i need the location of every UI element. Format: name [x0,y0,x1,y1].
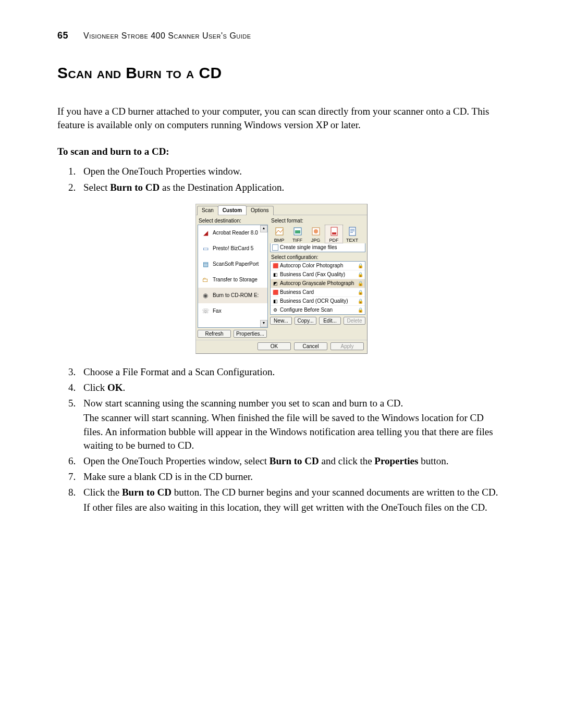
format-label: TEXT [344,238,361,243]
config-item-autocrop-color[interactable]: 🟥Autocrop Color Photograph 🔒 [271,262,365,270]
delete-button[interactable]: Delete [344,317,365,325]
format-pdf[interactable]: PDF [325,225,343,243]
pdf-format-icon [328,226,340,237]
card-icon: ▭ [201,244,210,253]
step-8a-bold: Burn to CD [122,487,172,498]
gray-swatch-icon: ◩ [272,280,278,287]
step-4-post: . [123,382,125,393]
svg-rect-2 [295,230,300,233]
config-label: Business Card (OCR Quality) [280,298,348,304]
destination-item-paperport[interactable]: ▤ ScanSoft PaperPort [198,256,267,272]
config-item-configure-before[interactable]: ⚙Configure Before Scan 🔒 [271,306,365,314]
apply-button[interactable]: Apply [331,342,364,350]
dialog-screenshot: Scan Custom Options Select destination: … [195,204,368,354]
edit-button[interactable]: Edit... [319,317,341,325]
svg-rect-6 [332,232,336,235]
pdf-icon: ◢ [201,228,210,238]
step-1-text: Open the OneTouch Properties window. [83,166,242,177]
destination-label: ScanSoft PaperPort [213,261,259,267]
section-heading: Scan and Burn to a CD [57,64,506,82]
steps-list-top: Open the OneTouch Properties window. Sel… [57,165,506,194]
step-6: Open the OneTouch Properties window, sel… [78,454,506,468]
scroll-down-button[interactable]: ▼ [260,320,267,327]
config-label: Autocrop Grayscale Photograph [280,280,354,286]
select-configuration-label: Select configuration: [271,254,365,260]
cancel-button[interactable]: Cancel [294,342,327,350]
svg-point-4 [314,229,318,233]
destination-item-storage[interactable]: 🗀 Transfer to Storage [198,272,267,288]
color-swatch-icon: 🟥 [272,263,278,269]
procedure-subheading: To scan and burn to a CD: [57,146,506,157]
destination-item-fax[interactable]: ☏ Fax [198,303,267,319]
svg-rect-7 [349,227,356,236]
create-single-label: Create single image files [280,244,337,250]
step-8: Click the Burn to CD button. The CD burn… [78,486,506,514]
step-8a-post: button. The CD burner begins and your sc… [172,487,498,498]
step-5a-text: Now start scanning using the scanning nu… [83,398,403,409]
step-8b-text: If other files are also waiting in this … [83,501,506,514]
config-item-bizcard-fax[interactable]: ◧Business Card (Fax Quality) 🔒 [271,270,365,279]
lock-icon: 🔒 [358,307,363,313]
gear-icon: ⚙ [272,307,278,313]
step-4-bold: OK [107,382,123,393]
ok-button[interactable]: OK [258,342,291,350]
config-item-autocrop-gray[interactable]: ◩Autocrop Grayscale Photograph 🔒 [271,279,365,288]
format-label: BMP [271,238,288,243]
config-item-bizcard[interactable]: 🟥Business Card 🔒 [271,288,365,297]
step-7: Make sure a blank CD is in the CD burner… [78,470,506,484]
destination-item-acrobat[interactable]: ◢ Acrobat Reader 8.0 [198,225,267,241]
step-6-b2: Properties [374,455,418,466]
step-6-mid: and click the [319,455,375,466]
step-8a-pre: Click the [83,487,122,498]
create-single-image-row[interactable]: Create single image files [270,243,365,252]
scroll-up-button[interactable]: ▲ [260,225,267,232]
step-4-pre: Click [83,382,107,393]
cd-icon: ◉ [201,291,210,300]
properties-button[interactable]: Properties... [234,330,267,338]
step-5b-text: The scanner will start scanning. When fi… [83,411,506,452]
step-6-pre: Open the OneTouch Properties window, sel… [83,455,270,466]
lock-icon: 🔒 [358,272,363,277]
page-header: 65 Visioneer Strobe 400 Scanner User's G… [57,30,506,41]
step-7-text: Make sure a blank CD is in the CD burner… [83,471,253,482]
config-label: Business Card [280,289,314,295]
new-button[interactable]: New... [270,317,292,325]
format-text[interactable]: TEXT [343,225,361,243]
destination-list[interactable]: ▲ ◢ Acrobat Reader 8.0 ▭ Presto! BizCard… [198,225,268,328]
destination-item-bizcard[interactable]: ▭ Presto! BizCard 5 [198,241,267,256]
checkbox-icon[interactable] [272,244,278,251]
destination-label: Transfer to Storage [213,277,258,282]
config-item-bizcard-ocr[interactable]: ◧Business Card (OCR Quality) 🔒 [271,297,365,306]
step-2-pre: Select [83,182,110,193]
color-swatch-icon: 🟥 [272,289,278,295]
bw-swatch-icon: ◧ [272,272,278,278]
paperport-icon: ▤ [201,260,210,269]
fax-icon: ☏ [201,306,210,316]
step-6-b1: Burn to CD [270,455,319,466]
destination-label: Acrobat Reader 8.0 [213,230,258,236]
tab-custom[interactable]: Custom [218,205,247,215]
destination-label: Burn to CD-ROM E: [213,292,259,298]
lock-icon: 🔒 [358,290,363,295]
copy-button[interactable]: Copy... [295,317,316,325]
step-6-post: button. [418,455,448,466]
lock-icon: 🔒 [358,263,363,268]
drive-icon: 🗀 [201,275,210,285]
refresh-button[interactable]: Refresh [198,330,231,338]
format-jpg[interactable]: JPG [307,225,325,243]
select-format-label: Select format: [271,218,365,224]
format-label: JPG [307,238,324,243]
format-tiff[interactable]: TIFF [288,225,307,243]
config-label: Configure Before Scan [280,307,333,313]
tab-scan[interactable]: Scan [197,206,218,215]
destination-item-burn-cd[interactable]: ◉ Burn to CD-ROM E: [198,288,267,303]
onetouch-properties-dialog: Scan Custom Options Select destination: … [195,204,368,354]
format-bmp[interactable]: BMP [270,225,288,243]
configuration-list[interactable]: 🟥Autocrop Color Photograph 🔒 ◧Business C… [270,261,365,315]
lock-icon: 🔒 [358,299,363,304]
tab-options[interactable]: Options [246,206,273,215]
format-row: BMP TIFF JPG PDF [270,225,365,243]
step-5: Now start scanning using the scanning nu… [78,397,506,452]
format-label: PDF [325,238,342,243]
bw-swatch-icon: ◧ [272,298,278,304]
